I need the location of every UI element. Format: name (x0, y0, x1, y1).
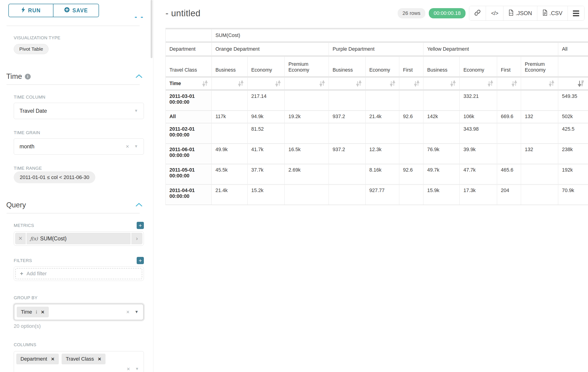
sort-icon[interactable] (319, 80, 325, 86)
remove-metric-icon[interactable]: ✕ (15, 233, 26, 244)
info-icon[interactable]: i (25, 74, 31, 80)
query-section-title: Query (6, 201, 26, 209)
value-cell (366, 123, 399, 143)
sort-icon[interactable] (414, 80, 420, 86)
remove-chip-icon[interactable]: ✕ (98, 356, 101, 362)
column-sort-header[interactable] (212, 77, 248, 90)
table-row: 2011-06-01 00:00:0049.9k41.7k16.5k937.21… (166, 143, 588, 164)
columns-select[interactable]: Department✕Travel Class✕ × ▼ (14, 351, 144, 372)
view-query-button[interactable]: </> (486, 6, 503, 21)
add-filter-placeholder: Add filter (27, 271, 47, 277)
column-sort-header[interactable] (460, 77, 497, 90)
value-cell: 12.3k (366, 143, 399, 164)
value-cell (497, 123, 521, 143)
column-sort-header[interactable] (497, 77, 521, 90)
value-cell: 17.3k (460, 184, 497, 205)
add-filter-dropzone[interactable]: + Add filter (15, 268, 142, 279)
chevron-up-icon[interactable] (136, 202, 142, 208)
export-csv-button[interactable]: .CSV (537, 6, 567, 21)
save-button-label: SAVE (73, 7, 88, 14)
chevron-down-icon[interactable]: ▼ (135, 367, 139, 371)
value-cell (212, 90, 248, 110)
chevron-right-icon[interactable]: › (131, 233, 142, 244)
visualization-type-pill[interactable]: Pivot Table (14, 44, 49, 54)
dimension-chip[interactable]: Department✕ (16, 354, 59, 364)
file-text-icon (542, 10, 547, 17)
plus-circle-icon (64, 7, 70, 14)
column-sort-header[interactable] (423, 77, 460, 90)
panel-drag-dots (135, 17, 143, 18)
value-cell: 16.5k (285, 143, 329, 164)
value-cell: 549.35 (558, 90, 588, 110)
column-sort-header[interactable] (558, 77, 588, 90)
time-dimension-header[interactable]: Time (166, 77, 212, 90)
export-json-button[interactable]: .JSON (503, 6, 537, 21)
query-section: Query METRICS + ✕ ƒ(x) SUM(Cost) › (0, 201, 153, 372)
sort-icon[interactable] (202, 80, 208, 87)
metric-pill[interactable]: ƒ(x) SUM(Cost) (27, 233, 131, 244)
save-button[interactable]: SAVE (53, 4, 99, 17)
corner-cell (166, 29, 212, 42)
clear-icon[interactable]: × (126, 309, 129, 315)
column-sort-header[interactable] (248, 77, 285, 90)
chart-title[interactable]: - untitled (166, 8, 200, 18)
value-cell: 132 (521, 110, 558, 123)
clear-icon[interactable]: × (126, 143, 129, 150)
filters-label: FILTERS (14, 258, 32, 263)
value-cell: 76.9k (423, 143, 460, 164)
dimension-chip[interactable]: Travel Class✕ (62, 354, 105, 364)
value-cell: 937.2 (329, 110, 366, 123)
menu-button[interactable] (567, 6, 584, 21)
columns-label: COLUMNS (14, 342, 144, 347)
value-cell: 142k (423, 110, 460, 123)
column-sort-header[interactable] (521, 77, 558, 90)
group-by-select[interactable]: Timei✕ × ▼ (14, 304, 144, 320)
run-button[interactable]: RUN (9, 4, 53, 17)
sort-icon[interactable] (238, 80, 243, 86)
value-cell: 21.4k (366, 110, 399, 123)
dimension-chip[interactable]: Timei✕ (17, 307, 49, 317)
sort-icon[interactable] (356, 80, 362, 86)
metric-header-cell: SUM(Cost) (212, 29, 588, 42)
group-by-options-hint: 20 option(s) (14, 323, 153, 329)
time-grain-select[interactable]: month × ▼ (14, 138, 144, 155)
chevron-down-icon[interactable]: ▼ (135, 310, 138, 314)
clear-icon[interactable]: × (127, 366, 130, 372)
sidebar-top: Chart Type RUN SAVE (0, 0, 153, 26)
time-range-pill[interactable]: 2011-01-01 ≤ col < 2011-06-30 (14, 171, 95, 183)
time-column-select[interactable]: Travel Date ▼ (14, 103, 144, 119)
column-sort-header[interactable] (285, 77, 329, 90)
sort-icon[interactable] (512, 80, 517, 86)
sort-icon[interactable] (450, 80, 456, 86)
travel-class-header: Economy (366, 56, 399, 77)
visualization-type-label: VISUALIZATION TYPE (14, 35, 153, 41)
sort-icon[interactable] (275, 80, 281, 86)
lightning-bolt-icon (21, 7, 25, 14)
export-csv-label: .CSV (549, 10, 562, 17)
column-sort-header[interactable] (399, 77, 423, 90)
sort-desc-icon[interactable] (578, 80, 584, 86)
row-header: 2011-06-01 00:00:00 (166, 143, 212, 164)
column-sort-header[interactable] (329, 77, 366, 90)
add-metric-button[interactable]: + (137, 222, 144, 229)
table-row: All117k94.9k19.2k937.221.4k92.6142k106k6… (166, 110, 588, 123)
department-group-header: Purple Department (329, 42, 423, 56)
value-cell: 669.6 (497, 110, 521, 123)
sort-icon[interactable] (390, 80, 395, 86)
department-group-header: Yellow Department (423, 42, 558, 56)
column-sort-header[interactable] (366, 77, 399, 90)
time-section: Time i TIME COLUMN Travel Date ▼ TIME GR… (0, 72, 153, 181)
value-cell (285, 123, 329, 143)
value-cell: 70.9k (558, 184, 588, 205)
sort-icon[interactable] (549, 80, 554, 86)
add-filter-button[interactable]: + (137, 257, 144, 264)
sort-icon[interactable] (488, 80, 493, 86)
remove-chip-icon[interactable]: ✕ (41, 309, 45, 315)
row-header: 2011-05-01 00:00:00 (166, 164, 212, 184)
chevron-up-icon[interactable] (136, 74, 142, 79)
travel-class-header: Business (329, 56, 366, 77)
remove-chip-icon[interactable]: ✕ (51, 356, 55, 362)
table-row: 2011-05-01 00:00:0045.5k37.7k2.69k8.16k9… (166, 164, 588, 184)
travel-class-header: Premium Economy (521, 56, 558, 77)
share-link-button[interactable] (469, 6, 486, 21)
